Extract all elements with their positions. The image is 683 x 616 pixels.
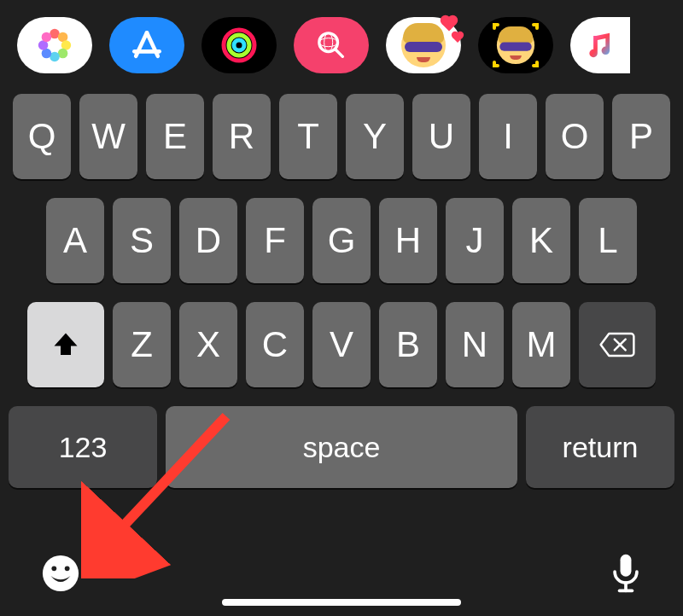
emoji-keyboard-button[interactable] bbox=[41, 554, 80, 596]
key-l[interactable]: L bbox=[579, 198, 637, 283]
keyboard-row-2: A S D F G H J K L bbox=[9, 198, 674, 283]
keyboard-row-4: 123 space return bbox=[9, 406, 674, 488]
svg-line-15 bbox=[336, 49, 342, 56]
search-app-icon[interactable] bbox=[294, 17, 369, 73]
key-k[interactable]: K bbox=[512, 198, 570, 283]
key-c[interactable]: C bbox=[246, 302, 304, 387]
key-w[interactable]: W bbox=[79, 94, 137, 179]
return-key[interactable]: return bbox=[526, 406, 674, 488]
keyboard: Q W E R T Y U I O P A S D F G H J K L Z … bbox=[0, 94, 683, 488]
key-f[interactable]: F bbox=[246, 198, 304, 283]
key-p[interactable]: P bbox=[612, 94, 670, 179]
svg-point-20 bbox=[43, 555, 79, 591]
key-g[interactable]: G bbox=[312, 198, 371, 283]
svg-rect-23 bbox=[621, 555, 632, 577]
key-r[interactable]: R bbox=[213, 94, 271, 179]
key-h[interactable]: H bbox=[379, 198, 437, 283]
space-key[interactable]: space bbox=[166, 406, 517, 488]
key-u[interactable]: U bbox=[412, 94, 470, 179]
photos-app-icon[interactable] bbox=[17, 17, 92, 73]
key-q[interactable]: Q bbox=[13, 94, 71, 179]
key-b[interactable]: B bbox=[379, 302, 437, 387]
svg-point-17 bbox=[324, 33, 333, 52]
dictation-button[interactable] bbox=[610, 553, 642, 597]
key-s[interactable]: S bbox=[113, 198, 171, 283]
key-v[interactable]: V bbox=[312, 302, 371, 387]
key-x[interactable]: X bbox=[179, 302, 237, 387]
svg-point-21 bbox=[51, 566, 56, 571]
shift-key[interactable] bbox=[27, 302, 104, 387]
key-t[interactable]: T bbox=[279, 94, 337, 179]
app-suggestion-strip bbox=[0, 0, 683, 94]
music-app-icon[interactable] bbox=[570, 17, 630, 73]
key-z[interactable]: Z bbox=[113, 302, 171, 387]
key-y[interactable]: Y bbox=[346, 94, 404, 179]
svg-point-13 bbox=[234, 40, 244, 50]
svg-point-7 bbox=[42, 32, 51, 42]
key-d[interactable]: D bbox=[179, 198, 237, 283]
memoji-sticker-1-icon[interactable] bbox=[386, 17, 461, 73]
key-m[interactable]: M bbox=[512, 302, 570, 387]
svg-point-16 bbox=[319, 38, 338, 47]
key-o[interactable]: O bbox=[546, 94, 604, 179]
fitness-app-icon[interactable] bbox=[201, 17, 277, 73]
home-indicator[interactable] bbox=[222, 599, 461, 606]
key-n[interactable]: N bbox=[446, 302, 504, 387]
key-i[interactable]: I bbox=[479, 94, 537, 179]
keyboard-row-3: Z X C V B N M bbox=[9, 302, 674, 387]
backspace-key[interactable] bbox=[579, 302, 656, 387]
key-e[interactable]: E bbox=[146, 94, 204, 179]
key-a[interactable]: A bbox=[46, 198, 104, 283]
key-j[interactable]: J bbox=[446, 198, 504, 283]
memoji-sticker-2-icon[interactable] bbox=[478, 17, 553, 73]
keyboard-row-1: Q W E R T Y U I O P bbox=[9, 94, 674, 179]
numbers-key[interactable]: 123 bbox=[9, 406, 157, 488]
svg-point-22 bbox=[65, 566, 70, 571]
appstore-app-icon[interactable] bbox=[109, 17, 184, 73]
keyboard-bottom-bar bbox=[0, 553, 683, 597]
